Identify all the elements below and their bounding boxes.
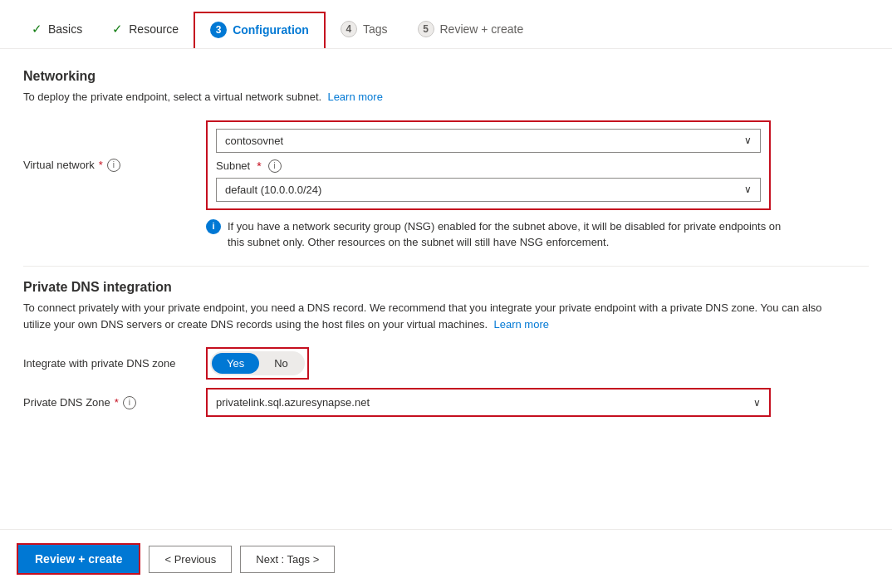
networking-learn-more-link[interactable]: Learn more <box>327 91 382 103</box>
dns-learn-more-link[interactable]: Learn more <box>493 318 548 331</box>
vnet-subnet-bordered: contosovnet ∨ Subnet * i default (10.0.0… <box>206 120 771 210</box>
tab-basics[interactable]: ✓ Basics <box>17 13 97 47</box>
dns-zone-row: Private DNS Zone * i privatelink.sql.azu… <box>23 388 869 417</box>
nsg-note: i If you have a network security group (… <box>206 218 787 251</box>
dns-zone-dropdown[interactable]: privatelink.sql.azuresynapse.net ∨ <box>208 390 769 415</box>
virtual-network-dropdown[interactable]: contosovnet ∨ <box>216 129 761 153</box>
section-divider <box>23 266 869 267</box>
check-icon-basics: ✓ <box>32 22 42 37</box>
vnet-required: * <box>99 159 103 171</box>
subnet-label-row: Subnet * i <box>216 159 761 173</box>
dns-zone-select-wrapper: privatelink.sql.azuresynapse.net ∨ <box>206 388 771 417</box>
networking-title: Networking <box>23 69 869 84</box>
vnet-info-icon[interactable]: i <box>107 159 120 172</box>
bottom-bar: Review + create < Previous Next : Tags > <box>0 529 892 588</box>
dns-title: Private DNS integration <box>23 280 869 295</box>
tab-configuration-label: Configuration <box>233 23 309 37</box>
subnet-info-icon[interactable]: i <box>268 159 282 173</box>
tab-configuration[interactable]: 3 Configuration <box>194 12 326 48</box>
dns-zone-label: Private DNS Zone * i <box>23 396 206 409</box>
tab-review-label: Review + create <box>440 22 524 36</box>
toggle-red-border: Yes No <box>206 347 309 380</box>
check-icon-resource: ✓ <box>112 22 123 37</box>
subnet-label: Subnet <box>216 159 250 172</box>
dns-desc: To connect privately with your private e… <box>23 300 837 335</box>
tab-tags[interactable]: 4 Tags <box>326 12 403 47</box>
tab-basics-label: Basics <box>48 22 82 36</box>
tab-resource[interactable]: ✓ Resource <box>97 13 194 47</box>
dns-zone-chevron-icon: ∨ <box>753 397 761 409</box>
tab-tags-label: Tags <box>363 22 388 36</box>
next-button[interactable]: Next : Tags > <box>240 546 335 573</box>
main-content: Networking To deploy the private endpoin… <box>0 49 892 439</box>
toggle-no-button[interactable]: No <box>259 353 303 374</box>
virtual-network-row: Virtual network * i contosovnet ∨ Subnet… <box>23 120 869 210</box>
tab-review-create[interactable]: 5 Review + create <box>403 12 539 47</box>
dns-zone-info-icon[interactable]: i <box>123 396 136 409</box>
yes-no-toggle[interactable]: Yes No <box>210 351 305 375</box>
subnet-chevron-icon: ∨ <box>744 184 752 195</box>
dns-zone-required: * <box>115 396 119 409</box>
subnet-required: * <box>257 159 261 173</box>
toggle-yes-button[interactable]: Yes <box>212 353 259 374</box>
toggle-bordered-wrapper: Yes No <box>206 347 309 380</box>
previous-button[interactable]: < Previous <box>149 546 232 573</box>
wizard-tabs: ✓ Basics ✓ Resource 3 Configuration 4 Ta… <box>0 0 892 49</box>
virtual-network-label: Virtual network * i <box>23 159 206 172</box>
integrate-dns-row: Integrate with private DNS zone Yes No <box>23 347 869 380</box>
review-create-button[interactable]: Review + create <box>17 543 140 575</box>
vnet-chevron-icon: ∨ <box>744 135 752 146</box>
subnet-dropdown[interactable]: default (10.0.0.0/24) ∨ <box>216 178 761 202</box>
tab-resource-label: Resource <box>129 22 179 36</box>
integrate-dns-label: Integrate with private DNS zone <box>23 357 206 370</box>
nsg-info-icon: i <box>206 219 221 234</box>
networking-desc: To deploy the private endpoint, select a… <box>23 89 869 105</box>
tab-tags-number: 4 <box>341 21 357 37</box>
tab-review-number: 5 <box>418 21 434 37</box>
tab-configuration-number: 3 <box>210 22 227 38</box>
